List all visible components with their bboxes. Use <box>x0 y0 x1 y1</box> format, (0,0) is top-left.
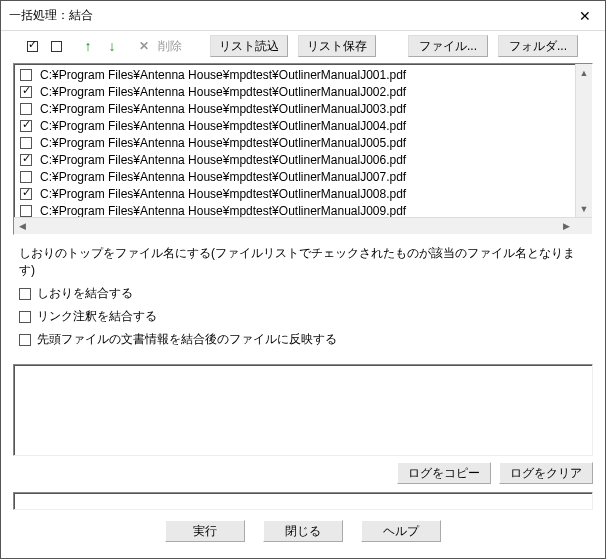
list-load-button[interactable]: リスト読込 <box>210 35 288 57</box>
file-path: C:¥Program Files¥Antenna House¥mpdtest¥O… <box>40 187 406 201</box>
merge-bookmarks-checkbox[interactable] <box>19 288 31 300</box>
file-path: C:¥Program Files¥Antenna House¥mpdtest¥O… <box>40 102 406 116</box>
file-path: C:¥Program Files¥Antenna House¥mpdtest¥O… <box>40 170 406 184</box>
file-checkbox[interactable] <box>20 171 32 183</box>
toolbar: ↑ ↓ ✕ 削除 リスト読込 リスト保存 ファイル... フォルダ... <box>1 31 605 61</box>
horizontal-scrollbar[interactable]: ◀ ▶ <box>14 217 592 234</box>
scroll-down-icon[interactable]: ▼ <box>576 200 592 217</box>
add-folder-button[interactable]: フォルダ... <box>498 35 578 57</box>
move-down-button[interactable]: ↓ <box>101 36 123 56</box>
scroll-track[interactable] <box>576 81 592 200</box>
file-row[interactable]: C:¥Program Files¥Antenna House¥mpdtest¥O… <box>14 83 592 100</box>
file-path: C:¥Program Files¥Antenna House¥mpdtest¥O… <box>40 204 406 218</box>
file-checkbox[interactable] <box>20 120 32 132</box>
help-button[interactable]: ヘルプ <box>361 520 441 542</box>
delete-label: 削除 <box>158 38 182 55</box>
file-row[interactable]: C:¥Program Files¥Antenna House¥mpdtest¥O… <box>14 117 592 134</box>
close-dialog-button[interactable]: 閉じる <box>263 520 343 542</box>
status-bar <box>13 492 593 510</box>
file-path: C:¥Program Files¥Antenna House¥mpdtest¥O… <box>40 136 406 150</box>
bookmark-top-note: しおりのトップをファイル名にする(ファイルリストでチェックされたものが該当のファ… <box>19 245 587 279</box>
file-row[interactable]: C:¥Program Files¥Antenna House¥mpdtest¥O… <box>14 168 592 185</box>
file-path: C:¥Program Files¥Antenna House¥mpdtest¥O… <box>40 68 406 82</box>
window-title: 一括処理：結合 <box>9 7 93 24</box>
scroll-right-icon[interactable]: ▶ <box>558 218 575 234</box>
dialog-buttons: 実行 閉じる ヘルプ <box>1 510 605 542</box>
file-list[interactable]: C:¥Program Files¥Antenna House¥mpdtest¥O… <box>14 64 592 217</box>
merge-link-annots-label: リンク注釈を結合する <box>37 308 157 325</box>
clear-log-button[interactable]: ログをクリア <box>499 462 593 484</box>
arrow-up-icon: ↑ <box>85 39 92 53</box>
apply-first-docinfo-checkbox[interactable] <box>19 334 31 346</box>
copy-log-button[interactable]: ログをコピー <box>397 462 491 484</box>
delete-x-icon: ✕ <box>139 40 149 52</box>
file-row[interactable]: C:¥Program Files¥Antenna House¥mpdtest¥O… <box>14 100 592 117</box>
file-row[interactable]: C:¥Program Files¥Antenna House¥mpdtest¥O… <box>14 134 592 151</box>
file-checkbox[interactable] <box>20 69 32 81</box>
file-checkbox[interactable] <box>20 154 32 166</box>
options-panel: しおりのトップをファイル名にする(ファイルリストでチェックされたものが該当のファ… <box>1 235 605 358</box>
merge-bookmarks-label: しおりを結合する <box>37 285 133 302</box>
file-checkbox[interactable] <box>20 103 32 115</box>
file-checkbox[interactable] <box>20 137 32 149</box>
log-textarea[interactable] <box>13 364 593 456</box>
scroll-left-icon[interactable]: ◀ <box>14 218 31 234</box>
file-path: C:¥Program Files¥Antenna House¥mpdtest¥O… <box>40 119 406 133</box>
log-buttons: ログをコピー ログをクリア <box>1 456 605 490</box>
add-file-button[interactable]: ファイル... <box>408 35 488 57</box>
file-row[interactable]: C:¥Program Files¥Antenna House¥mpdtest¥O… <box>14 185 592 202</box>
delete-button[interactable]: ✕ <box>133 36 155 56</box>
check-all-button[interactable] <box>21 36 43 56</box>
file-path: C:¥Program Files¥Antenna House¥mpdtest¥O… <box>40 153 406 167</box>
file-checkbox[interactable] <box>20 86 32 98</box>
arrow-down-icon: ↓ <box>109 39 116 53</box>
checkbox-empty-icon <box>51 41 62 52</box>
file-row[interactable]: C:¥Program Files¥Antenna House¥mpdtest¥O… <box>14 151 592 168</box>
file-path: C:¥Program Files¥Antenna House¥mpdtest¥O… <box>40 85 406 99</box>
list-save-button[interactable]: リスト保存 <box>298 35 376 57</box>
close-button[interactable]: ✕ <box>565 1 605 31</box>
scroll-up-icon[interactable]: ▲ <box>576 64 592 81</box>
file-row[interactable]: C:¥Program Files¥Antenna House¥mpdtest¥O… <box>14 202 592 217</box>
close-icon: ✕ <box>579 8 591 24</box>
file-checkbox[interactable] <box>20 188 32 200</box>
file-row[interactable]: C:¥Program Files¥Antenna House¥mpdtest¥O… <box>14 66 592 83</box>
file-list-panel: C:¥Program Files¥Antenna House¥mpdtest¥O… <box>13 63 593 235</box>
scroll-track[interactable] <box>31 218 558 234</box>
scroll-corner <box>575 218 592 234</box>
checkbox-checked-icon <box>27 41 38 52</box>
run-button[interactable]: 実行 <box>165 520 245 542</box>
file-checkbox[interactable] <box>20 205 32 217</box>
apply-first-docinfo-label: 先頭ファイルの文書情報を結合後のファイルに反映する <box>37 331 337 348</box>
merge-link-annots-checkbox[interactable] <box>19 311 31 323</box>
titlebar: 一括処理：結合 ✕ <box>1 1 605 31</box>
move-up-button[interactable]: ↑ <box>77 36 99 56</box>
vertical-scrollbar[interactable]: ▲ ▼ <box>575 64 592 217</box>
uncheck-all-button[interactable] <box>45 36 67 56</box>
